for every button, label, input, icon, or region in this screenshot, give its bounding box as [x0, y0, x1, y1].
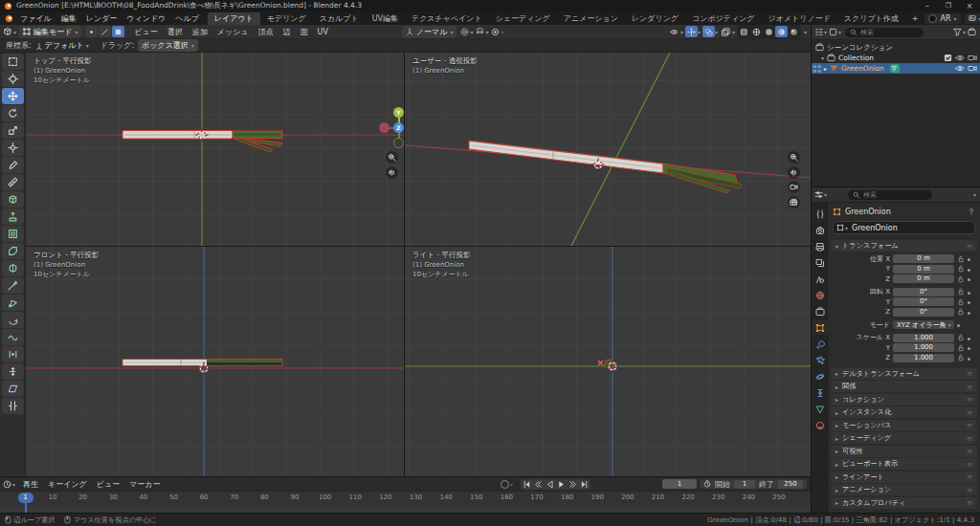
- start-frame-field[interactable]: 1: [734, 480, 755, 489]
- transform-value-field[interactable]: 0°: [893, 297, 954, 306]
- visibility-icon[interactable]: [668, 26, 680, 37]
- viewport-menu-UV[interactable]: UV: [313, 28, 333, 36]
- tool-select-box[interactable]: [2, 54, 24, 70]
- properties-tab-world[interactable]: [813, 288, 828, 302]
- ortho-button[interactable]: [788, 196, 800, 208]
- hand-button[interactable]: [788, 166, 800, 179]
- properties-tab-collection[interactable]: [813, 304, 828, 318]
- mode-dropdown[interactable]: 編集モード ▾: [19, 26, 81, 38]
- prev-keyframe-button[interactable]: [534, 480, 543, 489]
- transform-value-field[interactable]: 0 m: [893, 265, 954, 274]
- expand-caret-icon[interactable]: ▾: [821, 55, 824, 61]
- scene-selector[interactable]: ▾ Scene ×: [965, 13, 980, 24]
- tool-measure[interactable]: [2, 174, 24, 190]
- properties-options-dropdown[interactable]: ▾: [973, 191, 976, 198]
- breadcrumb[interactable]: GreenOnion: [845, 208, 891, 216]
- tool-transform[interactable]: [2, 140, 24, 156]
- tool-shear[interactable]: [2, 381, 24, 397]
- menu-編集[interactable]: 編集: [56, 13, 81, 24]
- expand-caret-icon[interactable]: ▸: [824, 65, 827, 72]
- viewport-top[interactable]: トップ・平行投影 (1) GreenOnion 10センチメートル YZX: [26, 53, 404, 246]
- viewport-divider[interactable]: [404, 53, 405, 476]
- shading-rendered-icon[interactable]: [788, 26, 800, 37]
- transform-value-field[interactable]: 1.000: [893, 343, 954, 352]
- properties-tab-render[interactable]: [813, 223, 828, 237]
- animate-dot-button[interactable]: [968, 274, 970, 283]
- animate-dot-button[interactable]: [968, 288, 970, 296]
- lock-open-icon[interactable]: [957, 344, 965, 352]
- shading-solid-icon[interactable]: [763, 26, 775, 37]
- transform-value-field[interactable]: XYZ オイラー角 ▾: [893, 320, 954, 329]
- transform-value-field[interactable]: 0°: [893, 308, 954, 317]
- viewport-menu-辺[interactable]: 辺: [278, 27, 296, 37]
- properties-tab-physics[interactable]: [813, 369, 828, 384]
- timeline-menu-キーイング[interactable]: キーイング: [43, 479, 92, 490]
- animate-dot-button[interactable]: [957, 320, 960, 329]
- workspace-tab-ジオメトリノード[interactable]: ジオメトリノード: [762, 12, 837, 25]
- menu-レンダー[interactable]: レンダー: [81, 13, 122, 24]
- checkbox-icon[interactable]: [944, 54, 952, 62]
- next-keyframe-button[interactable]: [568, 480, 577, 489]
- lock-open-icon[interactable]: [957, 354, 965, 362]
- tool-rip-region[interactable]: [2, 398, 24, 414]
- outliner-editor-selector[interactable]: ▾: [814, 28, 827, 36]
- workspace-tab-スカルプト[interactable]: スカルプト: [313, 12, 366, 25]
- lock-open-icon[interactable]: [957, 265, 965, 273]
- tool-scale[interactable]: [2, 122, 24, 139]
- animate-dot-button[interactable]: [968, 308, 970, 317]
- timeline-menu-マーカー[interactable]: マーカー: [124, 479, 165, 490]
- viewport-menu-面[interactable]: 面: [296, 27, 313, 37]
- eye-icon[interactable]: [955, 54, 965, 62]
- menu-ウィンドウ[interactable]: ウィンドウ: [122, 13, 170, 24]
- transform-value-field[interactable]: 0 m: [893, 254, 954, 263]
- mode-selector[interactable]: AR ▾: [924, 13, 960, 24]
- proportional-edit-dropdown[interactable]: ▾: [491, 28, 503, 36]
- select-mode-edge[interactable]: [99, 26, 111, 37]
- transform-orientation-dropdown[interactable]: ノーマル ▾: [402, 26, 457, 38]
- viewport-menu-頂点[interactable]: 頂点: [254, 27, 278, 37]
- workspace-tab-レンダリング[interactable]: レンダリング: [625, 12, 685, 25]
- current-frame-field[interactable]: 1: [662, 479, 697, 489]
- properties-tab-modifiers[interactable]: [813, 337, 828, 351]
- transform-value-field[interactable]: 1.000: [893, 354, 954, 362]
- viewport-menu-メッシュ[interactable]: メッシュ: [212, 27, 254, 37]
- xray-icon[interactable]: [720, 26, 732, 37]
- gizmo-icon[interactable]: [685, 26, 698, 37]
- animate-dot-button[interactable]: [968, 297, 970, 306]
- tool-bevel[interactable]: [2, 243, 24, 259]
- timeline-menu-再生[interactable]: 再生: [18, 479, 43, 490]
- workspace-tab-モデリング[interactable]: モデリング: [260, 12, 313, 25]
- viewport-right[interactable]: ライト・平行投影 (1) GreenOnion 10センチメートル ZXY: [405, 247, 811, 476]
- outliner-row-object-active[interactable]: ▸ GreenOnion: [812, 63, 980, 74]
- panel-デルタトランスフォーム[interactable]: ▸デルタトランスフォーム≡: [831, 368, 977, 380]
- viewport-divider[interactable]: [26, 246, 811, 247]
- tool-smooth[interactable]: [2, 329, 24, 345]
- shading-wireframe-icon[interactable]: [750, 26, 763, 37]
- properties-tab-object[interactable]: [813, 320, 828, 335]
- workspace-tab-レイアウト[interactable]: レイアウト: [208, 12, 260, 25]
- viewport-menu-追加[interactable]: 追加: [188, 27, 212, 37]
- zoom-button[interactable]: [386, 151, 398, 164]
- lock-open-icon[interactable]: [957, 255, 965, 263]
- tool-loop-cut[interactable]: [2, 260, 24, 276]
- coord-dropdown[interactable]: デフォルト▾: [35, 40, 89, 51]
- panel-コレクション[interactable]: ▸コレクション≡: [831, 394, 977, 405]
- add-workspace-button[interactable]: +: [905, 13, 925, 24]
- jump-to-end-button[interactable]: [580, 480, 589, 489]
- panel-インスタンス化[interactable]: ▸インスタンス化≡: [831, 406, 977, 418]
- tool-add-cube[interactable]: [2, 191, 24, 208]
- eye-icon[interactable]: [955, 64, 965, 73]
- animate-dot-button[interactable]: [968, 354, 970, 362]
- properties-tab-particles[interactable]: [813, 353, 828, 367]
- maximize-button[interactable]: ❐: [938, 2, 959, 10]
- gizmo-axis-x-neg[interactable]: [379, 122, 390, 133]
- stopwatch-icon[interactable]: [703, 480, 711, 488]
- transform-value-field[interactable]: 0 m: [893, 274, 954, 283]
- camera-icon[interactable]: [968, 64, 977, 73]
- workspace-tab-UV編集[interactable]: UV編集: [366, 12, 405, 25]
- menu-ファイル[interactable]: ファイル: [15, 13, 56, 24]
- properties-editor-selector[interactable]: ▾: [814, 190, 827, 199]
- lock-open-icon[interactable]: [957, 288, 965, 296]
- select-mode-face[interactable]: [112, 26, 124, 37]
- panel-ラインアート[interactable]: ▸ラインアート≡: [831, 471, 977, 483]
